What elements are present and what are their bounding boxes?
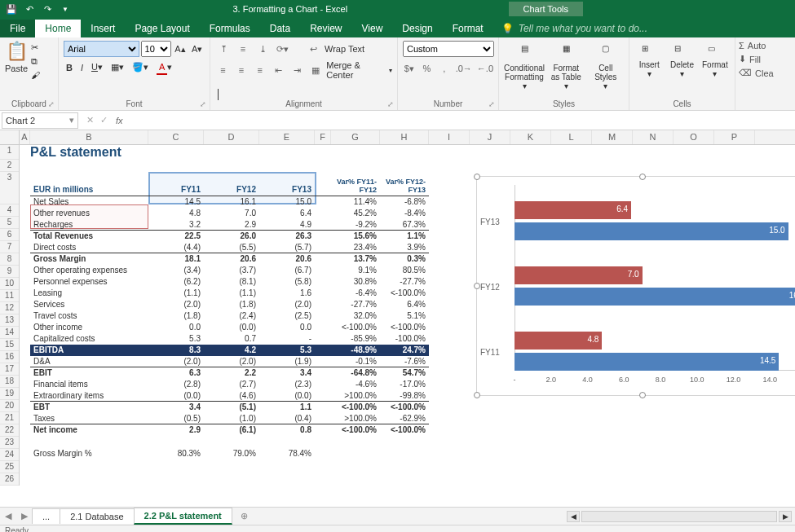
number-format-select[interactable]: Custom [403,41,494,57]
alignment-launcher-icon[interactable]: ⤢ [387,100,394,108]
shrink-font-icon[interactable]: A▾ [189,41,205,57]
format-as-table-button[interactable]: ▦Format as Table▾ [548,41,585,93]
font-name-select[interactable]: Arial [64,41,139,57]
chart-bar[interactable]: 6.4 [515,201,631,219]
chart-object[interactable]: FY136.415.0FY127.016.1FY114.814.5-2.04.0… [476,176,795,396]
underline-button[interactable]: U▾ [89,60,105,74]
chevron-down-icon[interactable]: ▾ [69,115,74,125]
cut-icon[interactable]: ✂ [31,42,40,53]
scroll-right-icon[interactable]: ▶ [779,511,792,522]
row-header-8[interactable]: 8 [0,253,19,266]
align-right-icon[interactable]: ≡ [252,62,267,78]
align-middle-icon[interactable]: ≡ [235,41,251,57]
col-header-G[interactable]: G [331,130,380,144]
conditional-formatting-button[interactable]: ▤Conditional Formatting▾ [504,41,545,93]
chart-bar[interactable]: 15.0 [515,222,788,240]
tab-home[interactable]: Home [35,20,81,37]
number-launcher-icon[interactable]: ⤢ [488,100,495,108]
orientation-icon[interactable]: ⟳▾ [274,41,290,57]
sheet-nav-next-icon[interactable]: ▶ [16,511,33,521]
fill-button[interactable]: ⬇Fill [739,54,785,64]
row-header-19[interactable]: 19 [0,388,19,400]
accounting-format-icon[interactable]: $▾ [403,60,416,77]
decrease-decimal-icon[interactable]: ←.0 [477,60,493,77]
chart-bar[interactable]: 4.8 [515,332,602,350]
paste-button[interactable]: 📋 Paste [5,41,28,81]
tab-design[interactable]: Design [392,20,442,37]
font-color-button[interactable]: A▾ [154,60,174,74]
chart-bar[interactable]: 7.0 [515,266,643,284]
row-header-24[interactable]: 24 [0,449,19,461]
enter-formula-icon[interactable]: ✓ [100,115,108,125]
autosum-button[interactable]: ΣAuto [739,41,785,51]
percent-format-icon[interactable]: % [421,60,434,77]
clear-button[interactable]: ⌫Clea [739,68,785,78]
chart-bar[interactable]: 14.5 [515,353,779,371]
tab-formulas[interactable]: Formulas [200,20,260,37]
fx-icon[interactable]: fx [116,116,128,125]
col-header-M[interactable]: M [592,130,633,144]
wrap-text-icon[interactable]: ↩ [305,41,321,57]
grow-font-icon[interactable]: A▴ [173,41,188,57]
tab-page-layout[interactable]: Page Layout [125,20,199,37]
row-header-13[interactable]: 13 [0,314,19,327]
row-header-2[interactable]: 2 [0,160,19,172]
sheet-tab-more[interactable]: ... [32,508,60,524]
row-header-21[interactable]: 21 [0,412,19,424]
select-all-corner[interactable] [0,130,20,144]
row-header-12[interactable]: 12 [0,302,19,314]
col-header-C[interactable]: C [148,130,204,144]
tab-view[interactable]: View [352,20,393,37]
save-icon[interactable]: 💾 [5,2,18,15]
formula-input[interactable] [128,112,795,129]
format-painter-icon[interactable]: 🖌 [31,70,40,80]
col-header-L[interactable]: L [551,130,592,144]
name-box[interactable]: Chart 2▾ [2,112,78,129]
row-header-22[interactable]: 22 [0,424,19,437]
cancel-formula-icon[interactable]: ✕ [86,115,94,125]
font-launcher-icon[interactable]: ⤢ [200,100,206,108]
bold-button[interactable]: B [64,61,75,74]
undo-icon[interactable]: ↶ [23,2,36,15]
format-cells-button[interactable]: ▭Format▾ [700,41,730,93]
row-header-25[interactable]: 25 [0,461,19,473]
col-header-P[interactable]: P [714,130,755,144]
fill-color-button[interactable]: 🪣▾ [130,60,151,74]
font-size-select[interactable]: 10 [141,41,171,57]
tab-file[interactable]: File [0,20,35,37]
indent-inc-icon[interactable]: ⇥ [289,62,305,78]
border-button[interactable]: ▦▾ [108,60,126,74]
row-header-23[interactable]: 23 [0,437,19,449]
row-header-3[interactable]: 3 [0,172,19,204]
add-sheet-icon[interactable]: ⊕ [232,511,256,521]
col-header-F[interactable]: F [315,130,331,144]
grid[interactable]: ABCDEFGHIJKLMNOP 12345678910111213141516… [0,130,795,507]
row-header-6[interactable]: 6 [0,229,19,241]
row-header-11[interactable]: 11 [0,290,19,302]
row-header-26[interactable]: 26 [0,473,19,486]
horizontal-scrollbar[interactable]: ◀ ▶ [567,511,795,522]
sheet-tab-database[interactable]: 2.1 Database [60,508,134,524]
indent-dec-icon[interactable]: ⇤ [271,62,286,78]
merge-icon[interactable]: ▦ [308,62,324,78]
tab-data[interactable]: Data [260,20,300,37]
col-header-I[interactable]: I [429,130,470,144]
col-header-E[interactable]: E [259,130,315,144]
tab-review[interactable]: Review [300,20,351,37]
align-left-icon[interactable]: ≡ [215,62,231,78]
sheet-nav-prev-icon[interactable]: ◀ [0,511,16,521]
col-header-A[interactable]: A [20,130,30,144]
col-header-K[interactable]: K [510,130,551,144]
wrap-text-button[interactable]: Wrap Text [325,44,364,54]
col-header-N[interactable]: N [633,130,674,144]
qat-dropdown-icon[interactable]: ▼ [59,2,72,15]
sheet-body[interactable]: P&L statement EUR in millions FY11 FY12 … [20,145,795,486]
italic-button[interactable]: I [78,61,86,74]
row-header-16[interactable]: 16 [0,351,19,363]
align-top-icon[interactable]: ⤒ [215,41,232,57]
row-header-7[interactable]: 7 [0,241,19,253]
row-header-18[interactable]: 18 [0,376,19,388]
scroll-track[interactable] [581,511,777,522]
copy-icon[interactable]: ⧉ [31,56,40,67]
cell-styles-button[interactable]: ▢Cell Styles▾ [588,41,625,93]
